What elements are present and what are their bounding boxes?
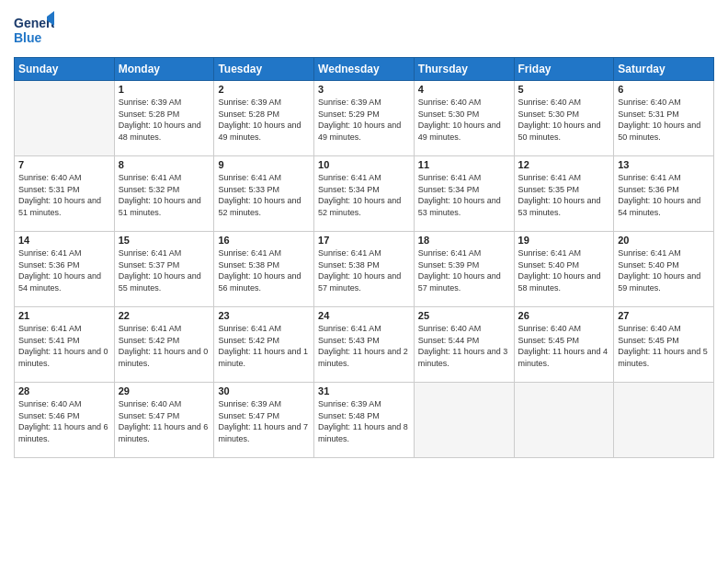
calendar-cell: 12 Sunrise: 6:41 AMSunset: 5:35 PMDaylig…	[514, 156, 614, 232]
weekday-header: Monday	[114, 58, 214, 81]
day-info: Sunrise: 6:41 AMSunset: 5:36 PMDaylight:…	[18, 248, 101, 293]
calendar-body: 1 Sunrise: 6:39 AMSunset: 5:28 PMDayligh…	[15, 81, 714, 458]
day-number: 8	[119, 159, 210, 170]
day-number: 16	[218, 235, 310, 246]
day-number: 9	[218, 159, 310, 170]
weekday-header: Saturday	[614, 58, 714, 81]
day-info: Sunrise: 6:40 AMSunset: 5:45 PMDaylight:…	[618, 324, 708, 368]
day-number: 31	[318, 385, 410, 396]
day-info: Sunrise: 6:41 AMSunset: 5:41 PMDaylight:…	[18, 324, 108, 368]
calendar-cell: 8 Sunrise: 6:41 AMSunset: 5:32 PMDayligh…	[114, 156, 214, 232]
weekday-header: Sunday	[15, 58, 115, 81]
day-info: Sunrise: 6:40 AMSunset: 5:44 PMDaylight:…	[418, 324, 508, 368]
weekday-header: Friday	[514, 58, 614, 81]
day-number: 1	[119, 84, 210, 95]
calendar-week-row: 1 Sunrise: 6:39 AMSunset: 5:28 PMDayligh…	[15, 81, 714, 156]
day-number: 10	[318, 159, 410, 170]
day-number: 23	[218, 310, 310, 321]
day-number: 26	[518, 310, 610, 321]
calendar-week-row: 7 Sunrise: 6:40 AMSunset: 5:31 PMDayligh…	[15, 156, 714, 232]
calendar-cell: 21 Sunrise: 6:41 AMSunset: 5:41 PMDaylig…	[15, 307, 115, 383]
weekday-header: Thursday	[414, 58, 514, 81]
calendar-cell: 28 Sunrise: 6:40 AMSunset: 5:46 PMDaylig…	[15, 383, 115, 458]
calendar-cell: 18 Sunrise: 6:41 AMSunset: 5:39 PMDaylig…	[414, 232, 514, 307]
header: General Blue	[14, 9, 714, 50]
day-number: 7	[18, 159, 110, 170]
calendar-table: SundayMondayTuesdayWednesdayThursdayFrid…	[14, 57, 714, 458]
day-number: 17	[318, 235, 410, 246]
day-info: Sunrise: 6:40 AMSunset: 5:31 PMDaylight:…	[18, 173, 101, 217]
calendar-cell: 6 Sunrise: 6:40 AMSunset: 5:31 PMDayligh…	[614, 81, 714, 156]
day-number: 20	[618, 235, 710, 246]
calendar-week-row: 21 Sunrise: 6:41 AMSunset: 5:41 PMDaylig…	[15, 307, 714, 383]
day-info: Sunrise: 6:41 AMSunset: 5:34 PMDaylight:…	[418, 173, 501, 217]
day-info: Sunrise: 6:39 AMSunset: 5:29 PMDaylight:…	[318, 98, 401, 142]
day-number: 11	[418, 159, 510, 170]
day-info: Sunrise: 6:41 AMSunset: 5:43 PMDaylight:…	[318, 324, 408, 368]
calendar-cell: 3 Sunrise: 6:39 AMSunset: 5:29 PMDayligh…	[314, 81, 415, 156]
day-number: 2	[218, 84, 310, 95]
calendar-cell: 24 Sunrise: 6:41 AMSunset: 5:43 PMDaylig…	[314, 307, 415, 383]
logo: General Blue	[14, 9, 58, 50]
calendar-cell: 2 Sunrise: 6:39 AMSunset: 5:28 PMDayligh…	[214, 81, 314, 156]
day-info: Sunrise: 6:41 AMSunset: 5:32 PMDaylight:…	[119, 173, 201, 217]
day-info: Sunrise: 6:39 AMSunset: 5:28 PMDaylight:…	[119, 98, 201, 142]
logo-icon: General Blue	[14, 9, 54, 50]
calendar-cell: 29 Sunrise: 6:40 AMSunset: 5:47 PMDaylig…	[114, 383, 214, 458]
day-info: Sunrise: 6:40 AMSunset: 5:31 PMDaylight:…	[618, 98, 700, 142]
calendar-cell: 16 Sunrise: 6:41 AMSunset: 5:38 PMDaylig…	[214, 232, 314, 307]
calendar-cell: 27 Sunrise: 6:40 AMSunset: 5:45 PMDaylig…	[614, 307, 714, 383]
calendar-cell: 13 Sunrise: 6:41 AMSunset: 5:36 PMDaylig…	[614, 156, 714, 232]
day-number: 12	[518, 159, 610, 170]
svg-text:Blue: Blue	[14, 30, 42, 45]
calendar-cell	[414, 383, 514, 458]
day-info: Sunrise: 6:39 AMSunset: 5:48 PMDaylight:…	[318, 399, 408, 443]
day-number: 15	[119, 235, 210, 246]
calendar-cell: 26 Sunrise: 6:40 AMSunset: 5:45 PMDaylig…	[514, 307, 614, 383]
day-info: Sunrise: 6:41 AMSunset: 5:40 PMDaylight:…	[618, 248, 700, 293]
day-number: 29	[119, 385, 210, 396]
day-info: Sunrise: 6:40 AMSunset: 5:30 PMDaylight:…	[518, 98, 601, 142]
day-info: Sunrise: 6:41 AMSunset: 5:37 PMDaylight:…	[119, 248, 201, 293]
day-number: 28	[18, 385, 110, 396]
day-number: 22	[119, 310, 210, 321]
calendar-cell: 14 Sunrise: 6:41 AMSunset: 5:36 PMDaylig…	[15, 232, 115, 307]
day-number: 27	[618, 310, 710, 321]
calendar-cell: 31 Sunrise: 6:39 AMSunset: 5:48 PMDaylig…	[314, 383, 415, 458]
page: General Blue SundayMondayTuesdayWednesda…	[0, 0, 728, 563]
calendar-cell: 19 Sunrise: 6:41 AMSunset: 5:40 PMDaylig…	[514, 232, 614, 307]
day-info: Sunrise: 6:41 AMSunset: 5:35 PMDaylight:…	[518, 173, 601, 217]
day-number: 13	[618, 159, 710, 170]
calendar-cell: 5 Sunrise: 6:40 AMSunset: 5:30 PMDayligh…	[514, 81, 614, 156]
day-info: Sunrise: 6:41 AMSunset: 5:42 PMDaylight:…	[119, 324, 209, 368]
calendar-cell	[514, 383, 614, 458]
calendar-cell: 11 Sunrise: 6:41 AMSunset: 5:34 PMDaylig…	[414, 156, 514, 232]
weekday-header: Tuesday	[214, 58, 314, 81]
calendar-cell: 4 Sunrise: 6:40 AMSunset: 5:30 PMDayligh…	[414, 81, 514, 156]
day-number: 5	[518, 84, 610, 95]
calendar-cell: 9 Sunrise: 6:41 AMSunset: 5:33 PMDayligh…	[214, 156, 314, 232]
calendar-cell: 7 Sunrise: 6:40 AMSunset: 5:31 PMDayligh…	[15, 156, 115, 232]
calendar-cell: 1 Sunrise: 6:39 AMSunset: 5:28 PMDayligh…	[114, 81, 214, 156]
day-info: Sunrise: 6:41 AMSunset: 5:38 PMDaylight:…	[318, 248, 401, 293]
calendar-header-row: SundayMondayTuesdayWednesdayThursdayFrid…	[15, 58, 714, 81]
calendar-cell: 25 Sunrise: 6:40 AMSunset: 5:44 PMDaylig…	[414, 307, 514, 383]
calendar-week-row: 28 Sunrise: 6:40 AMSunset: 5:46 PMDaylig…	[15, 383, 714, 458]
day-info: Sunrise: 6:41 AMSunset: 5:34 PMDaylight:…	[318, 173, 401, 217]
calendar-cell: 10 Sunrise: 6:41 AMSunset: 5:34 PMDaylig…	[314, 156, 415, 232]
calendar-cell	[614, 383, 714, 458]
calendar-cell: 17 Sunrise: 6:41 AMSunset: 5:38 PMDaylig…	[314, 232, 415, 307]
day-info: Sunrise: 6:39 AMSunset: 5:47 PMDaylight:…	[218, 399, 308, 443]
day-info: Sunrise: 6:40 AMSunset: 5:46 PMDaylight:…	[18, 399, 108, 443]
day-info: Sunrise: 6:41 AMSunset: 5:38 PMDaylight:…	[218, 248, 301, 293]
weekday-header: Wednesday	[314, 58, 415, 81]
day-info: Sunrise: 6:40 AMSunset: 5:45 PMDaylight:…	[518, 324, 609, 368]
day-info: Sunrise: 6:41 AMSunset: 5:39 PMDaylight:…	[418, 248, 501, 293]
day-info: Sunrise: 6:41 AMSunset: 5:33 PMDaylight:…	[218, 173, 301, 217]
calendar-week-row: 14 Sunrise: 6:41 AMSunset: 5:36 PMDaylig…	[15, 232, 714, 307]
day-number: 30	[218, 385, 310, 396]
day-number: 3	[318, 84, 410, 95]
day-info: Sunrise: 6:41 AMSunset: 5:40 PMDaylight:…	[518, 248, 601, 293]
day-info: Sunrise: 6:40 AMSunset: 5:30 PMDaylight:…	[418, 98, 501, 142]
calendar-cell: 15 Sunrise: 6:41 AMSunset: 5:37 PMDaylig…	[114, 232, 214, 307]
